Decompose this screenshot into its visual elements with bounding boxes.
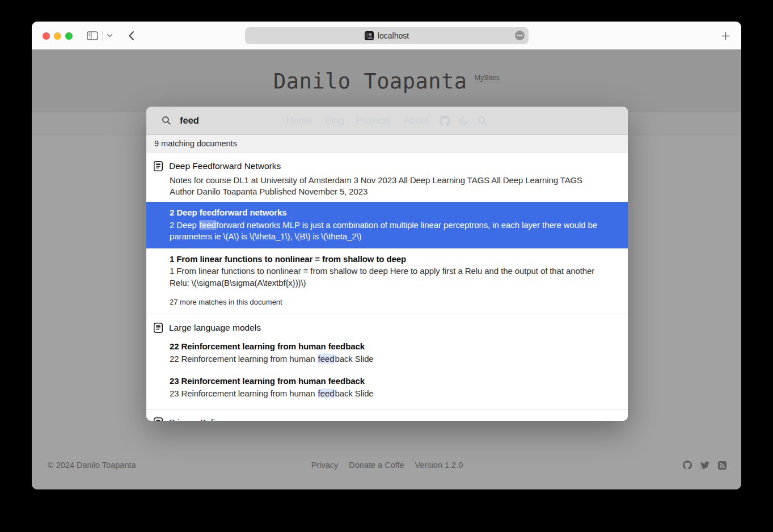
back-button-icon[interactable] xyxy=(128,31,135,41)
match-title: 1 From linear functions to nonlinear = f… xyxy=(170,254,611,265)
search-match[interactable]: 23 Reinforcement learning from human fee… xyxy=(146,370,628,404)
browser-window: localhost Danilo Toapanta MySites xyxy=(32,22,741,489)
results-count-row: 9 matching documents xyxy=(146,135,628,153)
match-title: 22 Reinforcement learning from human fee… xyxy=(170,341,611,353)
footer-privacy-link[interactable]: Privacy xyxy=(311,461,339,470)
browser-toolbar: localhost xyxy=(32,22,741,50)
match-body: 22 Reinforcement learning from human fee… xyxy=(170,353,611,365)
search-match-selected[interactable]: 2 Deep feedforward networks 2 Deep feedf… xyxy=(146,202,628,248)
match-body: 23 Reinforcement learning from human fee… xyxy=(170,388,611,400)
new-tab-icon[interactable] xyxy=(721,31,730,41)
query-highlight: feed xyxy=(318,389,335,398)
sidebar-toggle-icon[interactable] xyxy=(87,31,98,40)
close-window-button[interactable] xyxy=(43,32,50,40)
search-match[interactable]: 22 Reinforcement learning from human fee… xyxy=(146,335,628,370)
nav-item-blog: Blog xyxy=(325,115,344,126)
document-header[interactable]: Privacy Policy xyxy=(146,410,628,421)
result-document-3: Privacy Policy xyxy=(146,410,628,421)
match-title: 23 Reinforcement learning from human fee… xyxy=(170,375,611,387)
document-title: Deep Feedforward Networks xyxy=(169,161,281,171)
site-title: Danilo Toapanta xyxy=(273,69,467,94)
result-document-2: Large language models 22 Reinforcement l… xyxy=(146,314,628,409)
rss-footer-icon[interactable] xyxy=(718,461,726,470)
search-modal: Home Blog Projects About 9 matchi xyxy=(146,107,628,421)
more-matches-label: 27 more matches in this document xyxy=(146,294,628,314)
document-icon xyxy=(153,322,163,333)
footer-version: Version 1.2.0 xyxy=(415,461,463,470)
document-title: Privacy Policy xyxy=(169,417,223,421)
nav-item-about: About xyxy=(404,115,429,126)
result-document-1: Deep Feedforward Networks Notes for cour… xyxy=(146,153,628,314)
zoom-window-button[interactable] xyxy=(65,32,73,40)
search-icon xyxy=(162,116,171,125)
document-title: Large language models xyxy=(169,323,261,333)
document-header[interactable]: Deep Feedforward Networks xyxy=(146,153,628,174)
twitter-footer-icon[interactable] xyxy=(700,461,709,469)
document-icon xyxy=(153,417,163,421)
site-favicon xyxy=(365,31,374,40)
document-icon xyxy=(153,161,163,172)
search-input[interactable] xyxy=(179,115,315,126)
address-bar[interactable]: localhost xyxy=(245,27,529,44)
site-footer: © 2024 Danilo Toapanta Privacy Donate a … xyxy=(48,456,726,474)
webpage-dimmed: Danilo Toapanta MySites Home Blog Projec… xyxy=(32,50,741,489)
nav-item-projects: Projects xyxy=(356,115,390,126)
page-settings-icon[interactable] xyxy=(515,31,525,40)
search-match[interactable]: 1 From linear functions to nonlinear = f… xyxy=(146,248,628,295)
match-title: 2 Deep feedforward networks xyxy=(170,207,619,219)
results-count: 9 matching documents xyxy=(154,139,237,148)
github-nav-icon xyxy=(440,116,450,126)
github-footer-icon[interactable] xyxy=(683,461,692,470)
traffic-lights xyxy=(43,32,73,40)
query-highlight: feed xyxy=(199,220,217,230)
chevron-down-icon[interactable] xyxy=(107,33,113,38)
dark-mode-moon-icon xyxy=(459,116,469,126)
query-highlight: feed xyxy=(318,354,335,364)
url-host: localhost xyxy=(378,31,409,40)
nav-search-icon xyxy=(478,116,488,126)
footer-donate-link[interactable]: Donate a Coffe xyxy=(349,461,404,470)
toolbar-separator xyxy=(102,31,103,41)
footer-copyright: © 2024 Danilo Toapanta xyxy=(48,461,136,470)
search-results: Deep Feedforward Networks Notes for cour… xyxy=(146,153,628,421)
minimize-window-button[interactable] xyxy=(54,32,61,40)
document-header[interactable]: Large language models xyxy=(146,314,628,335)
match-body: 2 Deep feedforward networks MLP is just … xyxy=(170,219,619,243)
site-header: Danilo Toapanta MySites xyxy=(32,50,741,112)
search-bar[interactable]: Home Blog Projects About xyxy=(146,107,628,135)
document-excerpt: Notes for course DL1 at University of Am… xyxy=(146,174,628,202)
match-body: 1 From linear functions to nonlinear = f… xyxy=(170,265,611,289)
mysites-link[interactable]: MySites xyxy=(475,74,500,82)
